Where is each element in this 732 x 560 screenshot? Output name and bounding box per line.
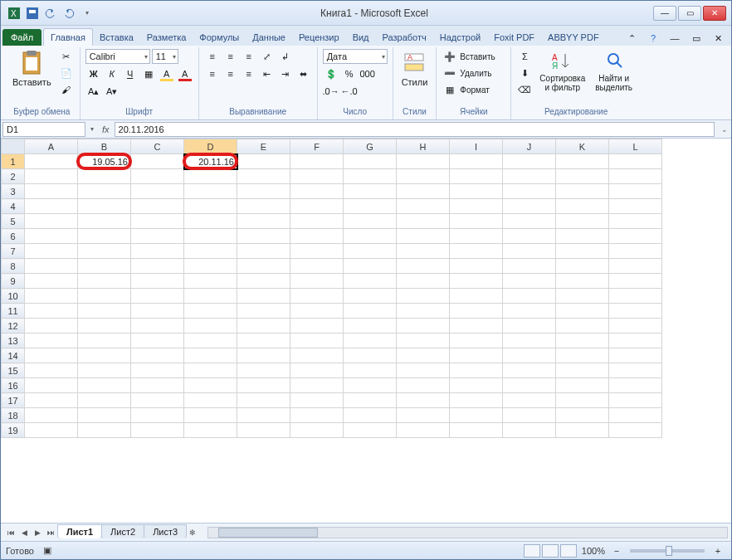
cell-L8[interactable] — [609, 259, 662, 274]
cell-H13[interactable] — [397, 334, 450, 348]
cell-A13[interactable] — [25, 334, 78, 348]
cell-F12[interactable] — [290, 319, 344, 334]
cell-L12[interactable] — [609, 319, 662, 334]
zoom-out-icon[interactable]: − — [608, 543, 625, 558]
cell-C19[interactable] — [131, 423, 184, 438]
decrease-decimal-icon[interactable]: ←.0 — [341, 84, 358, 99]
align-left-icon[interactable]: ≡ — [204, 66, 221, 81]
cell-L18[interactable] — [609, 408, 662, 423]
cell-C8[interactable] — [131, 259, 184, 274]
cell-L3[interactable] — [609, 184, 662, 199]
cell-A17[interactable] — [25, 393, 78, 408]
currency-icon[interactable]: 💲 — [323, 66, 339, 81]
row-header-6[interactable]: 6 — [2, 229, 25, 244]
cell-G16[interactable] — [344, 378, 397, 393]
cell-G2[interactable] — [344, 169, 397, 184]
col-header-L[interactable]: L — [609, 139, 662, 154]
minimize-button[interactable]: — — [653, 6, 676, 21]
cell-B3[interactable] — [78, 184, 131, 199]
close-button[interactable]: ✕ — [703, 6, 726, 21]
cell-C16[interactable] — [131, 378, 184, 393]
cell-G10[interactable] — [344, 289, 397, 304]
cell-D4[interactable] — [184, 199, 237, 214]
cell-A4[interactable] — [25, 199, 78, 214]
cell-K7[interactable] — [556, 244, 609, 259]
cell-F19[interactable] — [290, 423, 344, 438]
cell-D1[interactable]: 20.11.16 — [184, 154, 237, 169]
percent-icon[interactable]: % — [341, 66, 358, 81]
normal-view-icon[interactable] — [524, 544, 540, 558]
cell-J3[interactable] — [503, 184, 556, 199]
mdi-minimize-icon[interactable]: — — [666, 31, 683, 46]
cell-B11[interactable] — [78, 304, 131, 319]
cell-E2[interactable] — [237, 169, 290, 184]
cell-F13[interactable] — [290, 334, 344, 348]
cell-A3[interactable] — [25, 184, 78, 199]
cell-G5[interactable] — [344, 214, 397, 229]
cell-G6[interactable] — [344, 229, 397, 244]
cell-J7[interactable] — [503, 244, 556, 259]
cell-J1[interactable] — [503, 154, 556, 169]
cell-A12[interactable] — [25, 319, 78, 334]
sheet-tab-1[interactable]: Лист1 — [57, 524, 102, 538]
cell-L10[interactable] — [609, 289, 662, 304]
align-right-icon[interactable]: ≡ — [241, 66, 257, 81]
cell-I17[interactable] — [450, 393, 503, 408]
cell-K1[interactable] — [556, 154, 609, 169]
cell-I12[interactable] — [450, 319, 503, 334]
cell-J4[interactable] — [503, 199, 556, 214]
cell-L1[interactable] — [609, 154, 662, 169]
save-icon[interactable] — [24, 5, 41, 22]
first-sheet-icon[interactable]: ⏮ — [4, 526, 17, 539]
cell-B1[interactable]: 19.05.16 — [78, 154, 131, 169]
row-header-17[interactable]: 17 — [2, 393, 25, 408]
decrease-indent-icon[interactable]: ⇤ — [259, 66, 276, 81]
cell-E7[interactable] — [237, 244, 290, 259]
row-header-14[interactable]: 14 — [2, 348, 25, 363]
cell-L15[interactable] — [609, 363, 662, 378]
cell-H9[interactable] — [397, 274, 450, 289]
cut-icon[interactable]: ✂ — [58, 49, 75, 64]
comma-icon[interactable]: 000 — [359, 66, 376, 81]
cell-F16[interactable] — [290, 378, 344, 393]
cell-A2[interactable] — [25, 169, 78, 184]
cell-G3[interactable] — [344, 184, 397, 199]
bold-button[interactable]: Ж — [85, 66, 102, 81]
find-select-button[interactable]: Найти и выделить — [592, 49, 636, 94]
cell-L2[interactable] — [609, 169, 662, 184]
increase-font-icon[interactable]: A▴ — [85, 84, 102, 99]
row-header-15[interactable]: 15 — [2, 363, 25, 378]
col-header-B[interactable]: B — [78, 139, 131, 154]
cell-E6[interactable] — [237, 229, 290, 244]
cell-B7[interactable] — [78, 244, 131, 259]
insert-cells-label[interactable]: Вставить — [460, 52, 495, 61]
col-header-D[interactable]: D — [184, 139, 237, 154]
cell-J9[interactable] — [503, 274, 556, 289]
cell-F8[interactable] — [290, 259, 344, 274]
row-header-12[interactable]: 12 — [2, 319, 25, 334]
undo-icon[interactable] — [42, 5, 59, 22]
row-header-16[interactable]: 16 — [2, 378, 25, 393]
delete-cells-label[interactable]: Удалить — [460, 69, 491, 78]
tab-home[interactable]: Главная — [43, 28, 93, 46]
cell-K2[interactable] — [556, 169, 609, 184]
cell-F14[interactable] — [290, 348, 344, 363]
cell-B4[interactable] — [78, 199, 131, 214]
cell-L5[interactable] — [609, 214, 662, 229]
cell-H11[interactable] — [397, 304, 450, 319]
cell-I19[interactable] — [450, 423, 503, 438]
cell-H16[interactable] — [397, 378, 450, 393]
cell-J13[interactable] — [503, 334, 556, 348]
cell-L19[interactable] — [609, 423, 662, 438]
row-header-18[interactable]: 18 — [2, 408, 25, 423]
row-header-13[interactable]: 13 — [2, 334, 25, 348]
cell-I18[interactable] — [450, 408, 503, 423]
cell-H18[interactable] — [397, 408, 450, 423]
cell-H5[interactable] — [397, 214, 450, 229]
cell-I14[interactable] — [450, 348, 503, 363]
cell-J10[interactable] — [503, 289, 556, 304]
row-header-7[interactable]: 7 — [2, 244, 25, 259]
cell-F15[interactable] — [290, 363, 344, 378]
cell-H2[interactable] — [397, 169, 450, 184]
cell-C17[interactable] — [131, 393, 184, 408]
